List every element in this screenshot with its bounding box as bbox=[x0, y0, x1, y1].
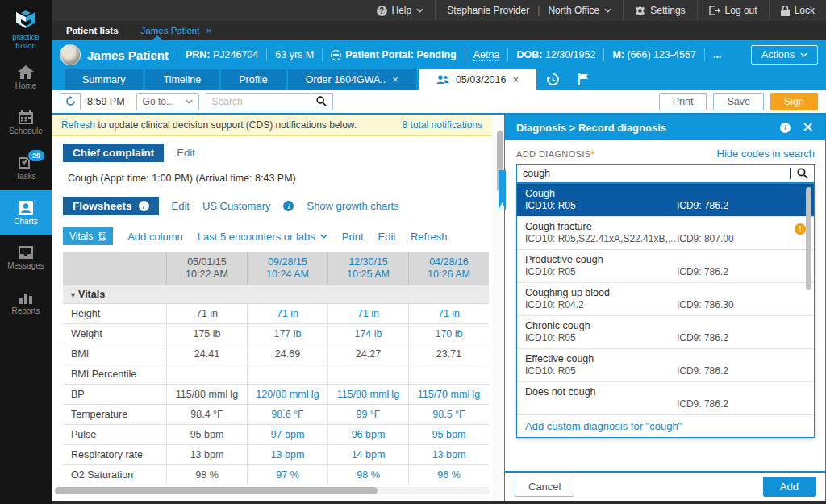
sidebar-item-charts[interactable]: Charts bbox=[0, 190, 52, 235]
gear-icon bbox=[635, 6, 645, 16]
sidebar-item-tasks[interactable]: 29 Tasks bbox=[0, 145, 52, 190]
flag-icon bbox=[578, 73, 589, 85]
diagnosis-result-chronic-cough[interactable]: Chronic cough ICD10: R05ICD9: 786.2 bbox=[517, 316, 814, 349]
column-header: 05/01/1510:22 AM bbox=[166, 252, 247, 285]
encounter-history-button[interactable] bbox=[539, 69, 567, 90]
diagnosis-result-cough[interactable]: Cough ICD10: R05ICD9: 786.2 bbox=[517, 184, 814, 217]
vitals-tab[interactable]: Vitals bbox=[63, 227, 113, 245]
diagnosis-result-coughing-up-blood[interactable]: Coughing up blood ICD10: R04.2ICD9: 786.… bbox=[517, 283, 814, 316]
diagnosis-result-productive-cough[interactable]: Productive cough ICD10: R05ICD9: 786.2 bbox=[517, 250, 814, 283]
panel-info-icon[interactable]: i bbox=[780, 123, 791, 133]
patient-phone: M: (666) 123-4567 bbox=[612, 49, 696, 60]
add-custom-diagnosis-link[interactable]: Add custom diagnosis for "cough" bbox=[517, 415, 814, 437]
chart-search-button[interactable] bbox=[311, 93, 333, 110]
save-button[interactable]: Save bbox=[713, 93, 764, 110]
add-button[interactable]: Add bbox=[763, 477, 816, 497]
column-header[interactable]: 09/28/1510:24 AM bbox=[247, 252, 327, 285]
lock-button[interactable]: Lock bbox=[769, 0, 826, 21]
user-office-menu[interactable]: Stephanie Provider | North Office bbox=[435, 0, 623, 21]
cancel-button[interactable]: Cancel bbox=[515, 477, 574, 497]
flowsheets-info-icon[interactable]: i bbox=[139, 201, 149, 211]
add-column-link[interactable]: Add column bbox=[127, 231, 183, 243]
diagnosis-search-button[interactable] bbox=[791, 165, 814, 182]
chevron-down-icon bbox=[416, 8, 423, 13]
tab-profile[interactable]: Profile bbox=[221, 69, 285, 90]
flowsheet-print-link[interactable]: Print bbox=[342, 231, 364, 243]
diagnosis-panel: Diagnosis > Record diagnosis i ✕ ADD DIA… bbox=[504, 115, 826, 501]
cds-refresh-link[interactable]: Refresh bbox=[61, 119, 95, 131]
refresh-encounter-button[interactable] bbox=[60, 93, 81, 110]
settings-button[interactable]: Settings bbox=[623, 0, 696, 21]
chevron-down-icon bbox=[320, 234, 327, 239]
patient-age-sex: 63 yrs M bbox=[275, 49, 314, 60]
patient-tab-james[interactable]: James Patient × bbox=[133, 26, 220, 35]
diagnosis-result-effective-cough[interactable]: Effective cough ICD10: R05ICD9: 786.2 bbox=[517, 349, 814, 382]
close-patient-tab-icon[interactable]: × bbox=[206, 26, 211, 35]
close-order-tab-icon[interactable]: × bbox=[392, 73, 398, 85]
sidebar-item-reports[interactable]: Reports bbox=[0, 281, 52, 326]
goto-select[interactable]: Go to... bbox=[136, 93, 199, 110]
print-button[interactable]: Print bbox=[659, 93, 707, 110]
cds-count-link[interactable]: 8 total notifications bbox=[403, 119, 482, 131]
horizontal-scrollbar[interactable] bbox=[55, 487, 490, 494]
patient-avatar[interactable] bbox=[60, 44, 81, 65]
table-row-weight: Weight 175 lb 177 lb 174 lb 170 lb bbox=[63, 324, 489, 344]
tab-summary[interactable]: Summary bbox=[65, 69, 143, 90]
table-row-bmi: BMI 24.41 24.69 24.27 23.71 bbox=[63, 344, 489, 364]
hide-codes-link[interactable]: Hide codes in search bbox=[717, 148, 815, 160]
diagnosis-panel-header: Diagnosis > Record diagnosis i ✕ bbox=[505, 115, 825, 140]
flowsheet-refresh-link[interactable]: Refresh bbox=[411, 231, 448, 243]
column-header[interactable]: 04/28/1610:26 AM bbox=[408, 252, 489, 285]
warning-icon[interactable]: ! bbox=[795, 223, 806, 235]
sign-button[interactable]: Sign bbox=[770, 93, 818, 110]
sidebar-item-home[interactable]: Home bbox=[0, 55, 52, 100]
patient-portal-status[interactable]: Patient Portal: Pending bbox=[331, 49, 457, 60]
more-ellipsis[interactable]: ... bbox=[713, 49, 721, 60]
vitals-flowsheet-table: 05/01/1510:22 AM 09/28/1510:24 AM 12/30/… bbox=[63, 252, 489, 485]
panel-close-icon[interactable]: ✕ bbox=[802, 120, 814, 135]
tasks-count-badge: 29 bbox=[27, 149, 45, 162]
tab-encounter-date[interactable]: 05/03/2016 × bbox=[419, 69, 536, 90]
units-link[interactable]: US Customary bbox=[202, 200, 271, 212]
results-scrollbar-handle[interactable] bbox=[806, 187, 811, 290]
flowsheets-edit-link[interactable]: Edit bbox=[172, 200, 190, 212]
flag-button[interactable] bbox=[569, 69, 597, 90]
tab-timeline[interactable]: Timeline bbox=[145, 69, 219, 90]
patient-tab-strip: Patient lists James Patient × bbox=[52, 21, 826, 40]
logout-button[interactable]: Log out bbox=[697, 0, 769, 21]
diagnosis-results-list: Cough ICD10: R05ICD9: 786.2 Cough fractu… bbox=[516, 183, 815, 438]
diagnosis-search-input[interactable] bbox=[517, 168, 793, 179]
encounter-time: 8:59 PM bbox=[87, 96, 125, 107]
table-row-o2-saturation: O2 Saturation 98 % 97 % 98 % 96 % bbox=[63, 465, 489, 485]
chief-complaint-edit-link[interactable]: Edit bbox=[177, 147, 194, 159]
growth-charts-link[interactable]: Show growth charts bbox=[307, 200, 398, 212]
top-utility-bar: ? Help Stephanie Provider | North Office… bbox=[52, 0, 826, 21]
actions-button[interactable]: Actions bbox=[751, 45, 818, 65]
sidebar-item-schedule[interactable]: Schedule bbox=[0, 100, 52, 145]
insurance-link[interactable]: Aetna bbox=[473, 49, 500, 61]
history-icon bbox=[547, 73, 559, 85]
flowsheet-edit-link[interactable]: Edit bbox=[378, 231, 396, 243]
lock-icon bbox=[781, 6, 790, 16]
patient-lists-tab[interactable]: Patient lists bbox=[52, 26, 133, 35]
diagnosis-result-cough-fracture[interactable]: Cough fracture ICD10: R05,S22.41xA,S22.4… bbox=[517, 217, 814, 250]
table-row-bmi-percentile: BMI Percentile bbox=[63, 364, 489, 385]
table-row-height: Height 71 in 71 in 71 in 71 in bbox=[63, 304, 489, 324]
search-icon bbox=[316, 96, 327, 106]
units-info-icon[interactable]: i bbox=[283, 201, 294, 211]
chart-search-input[interactable] bbox=[206, 93, 311, 110]
logo-text: practice fusion bbox=[0, 32, 52, 50]
help-menu[interactable]: ? Help bbox=[365, 0, 436, 21]
close-date-tab-icon[interactable]: × bbox=[512, 73, 519, 85]
diagnosis-result-does-not-cough[interactable]: Does not cough ICD9: 786.2 bbox=[517, 382, 814, 415]
horizontal-scrollbar-handle[interactable] bbox=[55, 487, 378, 494]
sidebar-item-messages[interactable]: Messages bbox=[0, 235, 52, 281]
tab-order[interactable]: Order 1604GWA.. × bbox=[288, 69, 416, 90]
diagnosis-panel-footer: Cancel Add bbox=[505, 471, 825, 501]
vitals-section-row[interactable]: ▾Vitals bbox=[63, 285, 489, 304]
practice-fusion-logo[interactable]: practice fusion bbox=[0, 0, 52, 55]
column-header[interactable]: 12/30/1510:25 AM bbox=[327, 252, 408, 285]
portal-pending-icon bbox=[331, 50, 341, 60]
patient-dob: DOB: 12/30/1952 bbox=[516, 49, 595, 60]
encounters-filter-dropdown[interactable]: Last 5 encounters or labs bbox=[198, 231, 327, 243]
